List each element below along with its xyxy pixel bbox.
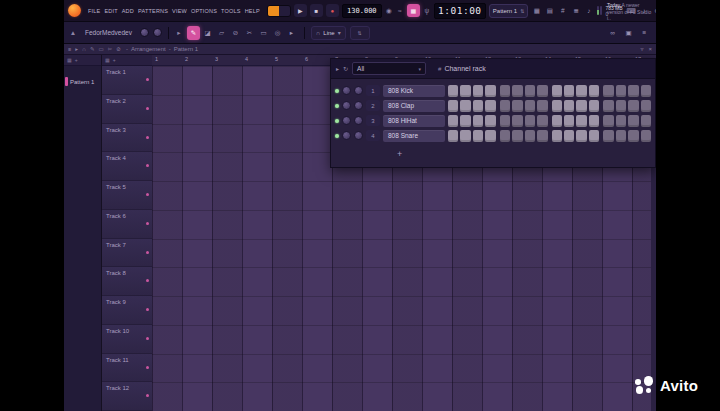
playlist-menu-icon[interactable]: ≡ bbox=[68, 44, 71, 55]
track-header[interactable]: Track 8 bbox=[102, 267, 152, 296]
picker-grid-icon[interactable]: ▦ bbox=[67, 57, 72, 63]
step-cell[interactable] bbox=[603, 85, 613, 97]
step-cell[interactable] bbox=[641, 130, 651, 142]
step-cell[interactable] bbox=[537, 100, 547, 112]
track-add-icon[interactable]: + bbox=[113, 57, 116, 63]
rack-play-icon[interactable]: ▸ bbox=[336, 65, 339, 72]
step-cell[interactable] bbox=[537, 115, 547, 127]
channel-rack-icon[interactable]: # bbox=[557, 4, 568, 17]
step-cell[interactable] bbox=[628, 85, 638, 97]
track-color-dot[interactable] bbox=[146, 78, 149, 81]
step-cell[interactable] bbox=[448, 115, 458, 127]
step-cell[interactable] bbox=[552, 100, 562, 112]
select-clip-icon[interactable]: ▭ bbox=[99, 44, 104, 55]
step-cell[interactable] bbox=[552, 85, 562, 97]
snap-magnet-icon[interactable]: ∩ bbox=[82, 44, 86, 55]
multilink-icon[interactable]: ∞ bbox=[606, 26, 619, 40]
menu-item[interactable]: OPTIONS bbox=[191, 8, 217, 14]
channel-number-button[interactable]: 4 bbox=[366, 130, 380, 141]
step-cell[interactable] bbox=[628, 115, 638, 127]
step-cell[interactable] bbox=[485, 130, 495, 142]
step-cell[interactable] bbox=[552, 115, 562, 127]
mute-clip-icon[interactable]: ⊘ bbox=[116, 44, 121, 55]
channel-pan-knob[interactable] bbox=[342, 116, 351, 125]
menu-item[interactable]: VIEW bbox=[172, 8, 187, 14]
draw-clip-icon[interactable]: ✎ bbox=[90, 44, 95, 55]
step-cell[interactable] bbox=[512, 100, 522, 112]
track-header[interactable]: Track 3 bbox=[102, 124, 152, 153]
track-header[interactable]: Track 11 bbox=[102, 354, 152, 383]
song-mode-indicator[interactable] bbox=[279, 6, 290, 16]
pattern-mode-indicator[interactable] bbox=[268, 6, 279, 16]
channel-mute-led[interactable] bbox=[335, 104, 339, 108]
step-cell[interactable] bbox=[616, 115, 626, 127]
playlist-window-icon[interactable]: ▦ bbox=[531, 4, 542, 17]
step-cell[interactable] bbox=[616, 85, 626, 97]
playback-jump-icon[interactable]: ▸ bbox=[175, 26, 183, 39]
step-cell[interactable] bbox=[525, 85, 535, 97]
pattern-stepper[interactable]: ⇅ bbox=[350, 26, 370, 40]
step-cell[interactable] bbox=[589, 130, 599, 142]
step-cell[interactable] bbox=[500, 100, 510, 112]
rack-swing-icon[interactable]: ↻ bbox=[343, 65, 348, 72]
channel-number-button[interactable]: 2 bbox=[366, 100, 380, 111]
track-header[interactable]: Track 5 bbox=[102, 181, 152, 210]
select-tool-icon[interactable]: ▭ bbox=[257, 26, 270, 40]
step-cell[interactable] bbox=[448, 100, 458, 112]
slice-tool-icon[interactable]: ✂ bbox=[243, 26, 256, 40]
pattern-selector[interactable]: Pattern 1 ⇅ bbox=[489, 4, 529, 18]
step-cell[interactable] bbox=[525, 115, 535, 127]
menu-item[interactable]: TOOLS bbox=[221, 8, 241, 14]
step-cell[interactable] bbox=[589, 115, 599, 127]
tempo-display[interactable]: 130.000 bbox=[342, 4, 382, 18]
channel-name-button[interactable]: 808 Snare bbox=[383, 130, 445, 142]
track-color-dot[interactable] bbox=[146, 337, 149, 340]
stop-button[interactable]: ■ bbox=[310, 4, 323, 17]
step-cell[interactable] bbox=[500, 85, 510, 97]
playback-tool-icon[interactable]: ▸ bbox=[285, 26, 298, 40]
controller-icon[interactable]: ▣ bbox=[622, 26, 635, 40]
paint-tool-icon[interactable]: ◪ bbox=[201, 26, 214, 40]
detach-window-icon[interactable]: ▿ bbox=[640, 44, 643, 55]
step-cell[interactable] bbox=[576, 115, 586, 127]
breadcrumb-arrangement[interactable]: Arrangement bbox=[131, 46, 166, 52]
browser-icon[interactable]: ♪ bbox=[583, 4, 594, 17]
channel-pan-knob[interactable] bbox=[342, 101, 351, 110]
channel-mute-led[interactable] bbox=[335, 134, 339, 138]
track-header[interactable]: Track 9 bbox=[102, 296, 152, 325]
track-color-dot[interactable] bbox=[146, 279, 149, 282]
track-color-dot[interactable] bbox=[146, 222, 149, 225]
step-cell[interactable] bbox=[537, 130, 547, 142]
update-notification[interactable]: Today A newer version of FL Studio i.. bbox=[607, 2, 653, 22]
picker-add-icon[interactable]: + bbox=[75, 57, 78, 63]
track-header[interactable]: Track 1 bbox=[102, 66, 152, 95]
picker-item[interactable]: Pattern 1 bbox=[64, 75, 101, 88]
track-header[interactable]: Track 2 bbox=[102, 95, 152, 124]
step-cell[interactable] bbox=[564, 115, 574, 127]
step-cell[interactable] bbox=[628, 130, 638, 142]
channel-name-button[interactable]: 808 Kick bbox=[383, 85, 445, 97]
slice-clip-icon[interactable]: ✂ bbox=[108, 44, 113, 55]
snap-panel-button[interactable]: ▦ bbox=[407, 4, 420, 17]
track-color-dot[interactable] bbox=[146, 394, 149, 397]
track-header[interactable]: Track 10 bbox=[102, 325, 152, 354]
step-cell[interactable] bbox=[552, 130, 562, 142]
track-header[interactable]: Track 7 bbox=[102, 239, 152, 268]
pattern-spinner-icon[interactable]: ⇅ bbox=[520, 8, 524, 14]
step-cell[interactable] bbox=[616, 130, 626, 142]
master-volume-knob[interactable] bbox=[140, 28, 149, 37]
step-cell[interactable] bbox=[564, 130, 574, 142]
step-cell[interactable] bbox=[512, 115, 522, 127]
step-cell[interactable] bbox=[641, 115, 651, 127]
wait-input-icon[interactable]: ≈ bbox=[396, 4, 404, 17]
channel-volume-knob[interactable] bbox=[354, 101, 363, 110]
mic-icon[interactable]: ψ bbox=[423, 4, 431, 17]
step-cell[interactable] bbox=[448, 85, 458, 97]
zoom-tool-icon[interactable]: ◎ bbox=[271, 26, 284, 40]
step-cell[interactable] bbox=[589, 100, 599, 112]
track-color-dot[interactable] bbox=[146, 251, 149, 254]
channel-pan-knob[interactable] bbox=[342, 86, 351, 95]
master-pitch-knob[interactable] bbox=[153, 28, 162, 37]
pat-song-switch[interactable] bbox=[267, 5, 291, 17]
fl-studio-logo-icon[interactable] bbox=[68, 4, 81, 17]
